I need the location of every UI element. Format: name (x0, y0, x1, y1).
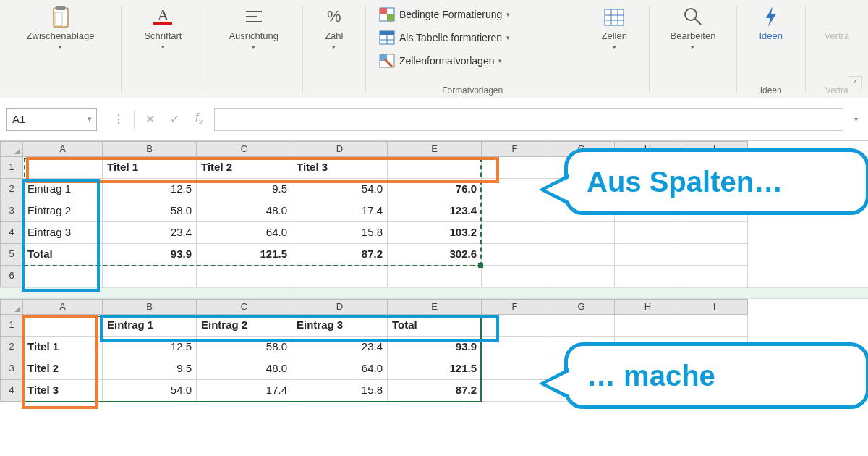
cell[interactable]: 15.8 (292, 380, 388, 402)
col-header[interactable]: F (482, 141, 548, 157)
cell[interactable]: 103.2 (388, 222, 482, 244)
row-header[interactable]: 5 (0, 244, 23, 266)
cell[interactable] (681, 315, 748, 337)
cell[interactable]: Total (23, 244, 103, 266)
cell[interactable]: 12.5 (103, 179, 197, 200)
col-header[interactable]: H (615, 299, 681, 315)
cell[interactable]: Eintrag 3 (23, 222, 103, 244)
cell[interactable] (548, 244, 615, 266)
cell[interactable] (23, 157, 103, 179)
col-header[interactable]: D (292, 299, 388, 315)
cell[interactable]: 58.0 (197, 337, 292, 358)
col-header[interactable]: I (681, 299, 748, 315)
name-box[interactable]: A1 (6, 108, 97, 131)
cell[interactable] (482, 222, 548, 244)
cell[interactable] (103, 266, 197, 287)
cell[interactable]: 123.4 (388, 200, 482, 222)
cell-styles-button[interactable]: Zellenformatvorlagen ▾ (376, 51, 571, 71)
cell[interactable]: Titel 1 (23, 337, 103, 358)
cell[interactable]: 64.0 (292, 358, 388, 380)
cell[interactable]: 93.9 (103, 244, 197, 266)
cell[interactable] (548, 222, 615, 244)
cell[interactable] (681, 266, 748, 287)
row-header[interactable]: 4 (0, 222, 23, 244)
cell[interactable]: 121.5 (197, 244, 292, 266)
cell[interactable]: 9.5 (103, 358, 197, 380)
cell[interactable]: 302.6 (388, 244, 482, 266)
cell[interactable]: Eintrag 1 (23, 179, 103, 200)
font-button[interactable]: A Schriftart ▾ (144, 4, 182, 51)
collapse-ribbon-button[interactable]: ˄ (848, 76, 862, 90)
cell[interactable]: Titel 1 (103, 157, 197, 179)
select-all-corner[interactable] (0, 141, 23, 157)
editing-button[interactable]: Bearbeiten ▾ (670, 4, 715, 51)
cell[interactable] (292, 266, 388, 287)
cells-button[interactable]: Zellen ▾ (602, 4, 627, 51)
cell[interactable]: 17.4 (197, 380, 292, 402)
privacy-button[interactable]: Vertra (825, 4, 850, 42)
cell[interactable]: Titel 2 (23, 358, 103, 380)
cell[interactable]: Titel 2 (197, 157, 292, 179)
col-header[interactable]: D (292, 141, 388, 157)
format-as-table-button[interactable]: Als Tabelle formatieren ▾ (376, 28, 571, 48)
accept-formula-button[interactable]: ✓ (165, 112, 184, 126)
namebox-options-button[interactable]: ⋮ (109, 112, 128, 126)
col-header[interactable]: E (388, 141, 482, 157)
number-button[interactable]: % Zahl ▾ (322, 4, 346, 51)
row-header[interactable]: 1 (0, 157, 23, 179)
cell[interactable]: 54.0 (292, 179, 388, 200)
col-header[interactable]: B (103, 141, 197, 157)
cell[interactable] (615, 244, 681, 266)
cell[interactable] (482, 266, 548, 287)
cell[interactable]: Titel 3 (292, 157, 388, 179)
cell[interactable] (482, 337, 548, 358)
cell[interactable] (388, 266, 482, 287)
row-header[interactable]: 2 (0, 179, 23, 200)
col-header[interactable]: E (388, 299, 482, 315)
cell[interactable]: 48.0 (197, 358, 292, 380)
cell[interactable]: Eintrag 1 (103, 315, 197, 337)
clipboard-button[interactable]: Zwischenablage ▾ (27, 4, 95, 51)
ideas-button[interactable]: Ideen (759, 4, 783, 42)
fx-button[interactable]: fx (190, 111, 208, 126)
cell[interactable]: 76.0 (388, 179, 482, 200)
expand-formula-bar-button[interactable]: ▾ (849, 115, 862, 123)
cell[interactable] (615, 266, 681, 287)
cell[interactable]: 54.0 (103, 380, 197, 402)
cell[interactable]: 23.4 (292, 337, 388, 358)
alignment-button[interactable]: Ausrichtung ▾ (229, 4, 278, 51)
row-header[interactable]: 3 (0, 200, 23, 222)
col-header[interactable]: C (197, 141, 292, 157)
col-header[interactable]: A (23, 141, 103, 157)
cell[interactable] (548, 266, 615, 287)
col-header[interactable]: C (197, 299, 292, 315)
select-all-corner[interactable] (0, 299, 23, 315)
row-header[interactable]: 4 (0, 380, 23, 402)
formula-input[interactable] (214, 108, 843, 131)
cell[interactable]: 121.5 (388, 358, 482, 380)
col-header[interactable]: B (103, 299, 197, 315)
row-header[interactable]: 6 (0, 266, 23, 287)
cell[interactable]: Eintrag 3 (292, 315, 388, 337)
cell[interactable]: Eintrag 2 (197, 315, 292, 337)
cell[interactable]: 58.0 (103, 200, 197, 222)
cell[interactable]: 48.0 (197, 200, 292, 222)
col-header[interactable]: G (548, 299, 615, 315)
cell[interactable] (388, 157, 482, 179)
cell[interactable] (482, 315, 548, 337)
cancel-formula-button[interactable]: ✕ (140, 112, 159, 126)
cell[interactable] (548, 315, 615, 337)
cell[interactable] (615, 222, 681, 244)
col-header[interactable]: A (23, 299, 103, 315)
cell[interactable] (482, 244, 548, 266)
row-header[interactable]: 3 (0, 358, 23, 380)
row-header[interactable]: 1 (0, 315, 23, 337)
cell[interactable]: 87.2 (292, 244, 388, 266)
cell[interactable]: Eintrag 2 (23, 200, 103, 222)
cell[interactable]: 93.9 (388, 337, 482, 358)
cell[interactable] (681, 222, 748, 244)
cell[interactable]: 87.2 (388, 380, 482, 402)
cell[interactable] (681, 244, 748, 266)
conditional-formatting-button[interactable]: Bedingte Formatierung ▾ (376, 4, 571, 25)
cell[interactable] (615, 315, 681, 337)
